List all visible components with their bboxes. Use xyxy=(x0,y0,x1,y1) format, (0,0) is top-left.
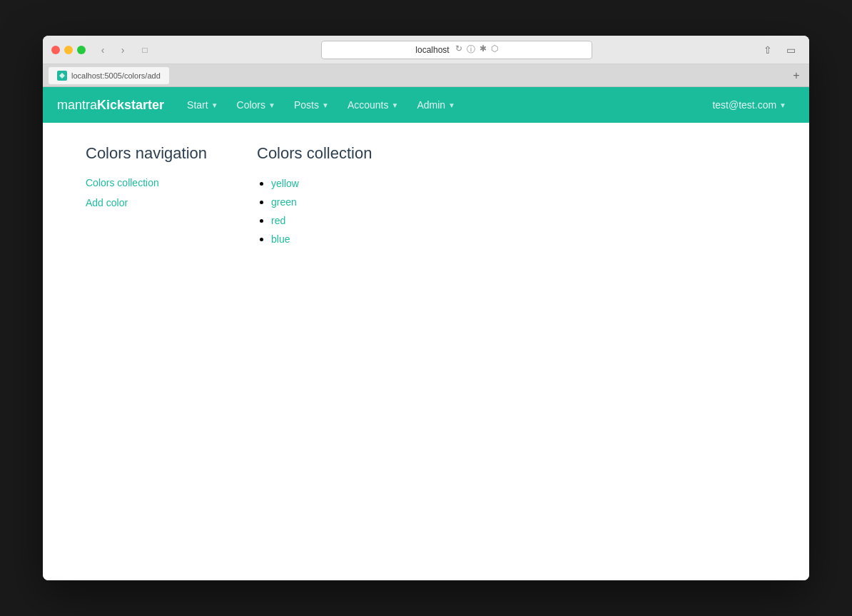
nav-posts-caret: ▼ xyxy=(322,101,329,109)
maximize-button[interactable] xyxy=(77,46,86,54)
sidebar-link-add-color[interactable]: Add color xyxy=(86,197,228,208)
navbar-brand[interactable]: mantraKickstarter xyxy=(57,98,164,113)
nav-start-label: Start xyxy=(187,99,208,111)
address-bar[interactable]: localhost ↻ ⓘ ✱ ⬡ xyxy=(321,41,592,59)
sidebar-link-colors-collection[interactable]: Colors collection xyxy=(86,177,228,188)
back-button[interactable]: ‹ xyxy=(94,41,111,59)
list-item: yellow xyxy=(271,177,766,190)
share-icon[interactable]: ✱ xyxy=(480,44,487,56)
share-toolbar-button[interactable]: ⇧ xyxy=(758,40,778,60)
info-icon[interactable]: ⓘ xyxy=(467,44,475,56)
nav-item-start[interactable]: Start ▼ xyxy=(178,94,226,116)
nav-item-accounts[interactable]: Accounts ▼ xyxy=(339,94,407,116)
nav-accounts-label: Accounts xyxy=(348,99,389,111)
toolbar-icons: ⇧ ▭ xyxy=(758,40,801,60)
nav-item-admin[interactable]: Admin ▼ xyxy=(408,94,464,116)
user-caret: ▼ xyxy=(779,101,786,109)
content-layout: Colors navigation Colors collection Add … xyxy=(86,144,766,251)
traffic-lights xyxy=(51,46,86,54)
navbar-right: test@test.com ▼ xyxy=(704,94,795,116)
list-item: red xyxy=(271,214,766,227)
nav-admin-label: Admin xyxy=(417,99,445,111)
color-link-blue[interactable]: blue xyxy=(271,233,290,245)
refresh-icon[interactable]: ↻ xyxy=(455,44,462,56)
list-item: blue xyxy=(271,233,766,246)
main-content: Colors collection yellow green red blue xyxy=(257,144,766,251)
page-content: Colors navigation Colors collection Add … xyxy=(43,123,809,580)
minimize-button[interactable] xyxy=(64,46,73,54)
url-text: localhost xyxy=(415,45,449,55)
nav-posts-label: Posts xyxy=(294,99,319,111)
color-list: yellow green red blue xyxy=(257,177,766,246)
user-email: test@test.com xyxy=(712,99,776,111)
nav-item-posts[interactable]: Posts ▼ xyxy=(285,94,338,116)
address-bar-container: localhost ↻ ⓘ ✱ ⬡ xyxy=(161,41,752,59)
navbar: mantraKickstarter Start ▼ Colors ▼ Posts… xyxy=(43,87,809,123)
sidebar-title: Colors navigation xyxy=(86,144,228,163)
brand-prefix: mantra xyxy=(57,98,97,112)
tab-url: localhost:5005/colors/add xyxy=(71,71,161,80)
browser-titlebar: ‹ › □ localhost ↻ ⓘ ✱ ⬡ ⇧ ▭ xyxy=(43,36,809,64)
bookmark-icon[interactable]: ⬡ xyxy=(491,44,498,56)
nav-colors-label: Colors xyxy=(237,99,265,111)
navbar-nav: Start ▼ Colors ▼ Posts ▼ Accounts ▼ Admi… xyxy=(178,94,704,116)
nav-admin-caret: ▼ xyxy=(448,101,455,109)
list-item: green xyxy=(271,196,766,208)
brand-bold: Kickstarter xyxy=(97,98,164,112)
nav-accounts-caret: ▼ xyxy=(391,101,398,109)
nav-buttons: ‹ › □ xyxy=(94,41,156,59)
add-tab-button[interactable]: + xyxy=(789,69,803,83)
address-bar-icons: ↻ ⓘ ✱ ⬡ xyxy=(455,44,498,56)
color-link-red[interactable]: red xyxy=(271,215,285,226)
main-title: Colors collection xyxy=(257,144,766,163)
browser-window: ‹ › □ localhost ↻ ⓘ ✱ ⬡ ⇧ ▭ xyxy=(43,36,809,580)
forward-button[interactable]: › xyxy=(114,41,131,59)
sidebar: Colors navigation Colors collection Add … xyxy=(86,144,228,251)
nav-start-caret: ▼ xyxy=(211,101,218,109)
split-view-button[interactable]: □ xyxy=(134,41,156,59)
color-link-yellow[interactable]: yellow xyxy=(271,178,299,189)
close-button[interactable] xyxy=(51,46,60,54)
user-menu[interactable]: test@test.com ▼ xyxy=(704,94,795,116)
browser-tabbar: localhost:5005/colors/add + xyxy=(43,64,809,87)
tab-favicon xyxy=(57,71,67,81)
browser-tab[interactable]: localhost:5005/colors/add xyxy=(49,67,169,84)
color-link-green[interactable]: green xyxy=(271,196,297,208)
new-tab-toolbar-button[interactable]: ▭ xyxy=(781,40,801,60)
nav-colors-caret: ▼ xyxy=(268,101,275,109)
app-content: mantraKickstarter Start ▼ Colors ▼ Posts… xyxy=(43,87,809,580)
nav-item-colors[interactable]: Colors ▼ xyxy=(228,94,284,116)
